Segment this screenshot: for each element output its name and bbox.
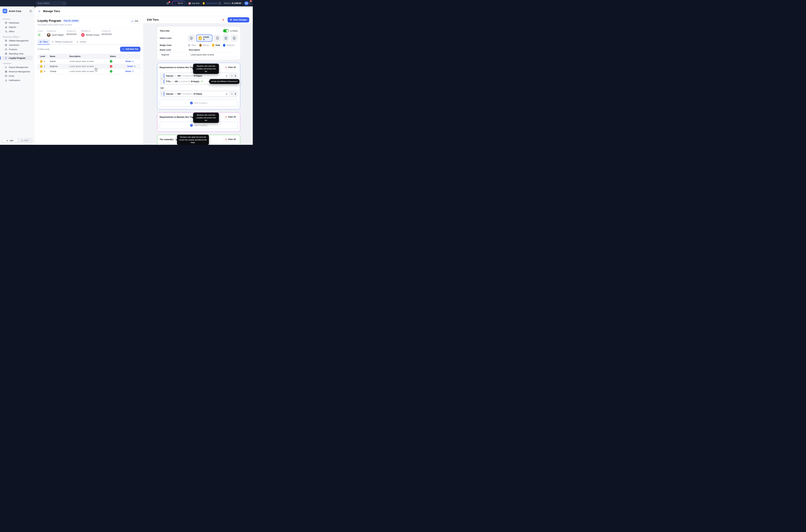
detail-link[interactable]: Detail	[125, 64, 140, 69]
name-level-input[interactable]: Beginner	[160, 52, 187, 57]
name-level-label: Name Level	[160, 49, 187, 51]
sidebar-item-email[interactable]: Email	[2, 74, 33, 78]
messages-button[interactable]: 3	[166, 2, 169, 5]
divider	[38, 28, 141, 28]
level-5-option[interactable]	[231, 35, 238, 42]
sidebar-item-loyalty-program[interactable]: Loyalty Program	[2, 56, 33, 60]
table-row[interactable]: 2 Beginner Lorem ipsum dolor sit amet De…	[38, 64, 140, 69]
external-link-icon	[132, 70, 134, 72]
edit-condition-icon[interactable]	[226, 75, 228, 77]
rewards-tooltip: Members who attain this level will recei…	[177, 135, 209, 145]
silver-label: Silver	[191, 44, 196, 46]
sidebar-item-revenue-management[interactable]: Revenue Management	[2, 70, 33, 74]
rewards-clear-all-button[interactable]: Clear All	[223, 137, 238, 141]
page-header: Manage Tiers	[35, 6, 253, 16]
achieve-clear-all-button[interactable]: Clear All	[223, 65, 238, 70]
user-menu[interactable]: OR ▾ 12	[244, 1, 251, 6]
created-by-label: Created by	[47, 30, 67, 32]
value: 100	[177, 75, 181, 77]
plan-id-badge: Plan ID : 219394	[63, 19, 79, 22]
sidebar-item-reports[interactable]: Reports	[2, 25, 33, 29]
period: 10 Day(s)	[194, 93, 202, 95]
delete-tier-button[interactable]	[221, 17, 226, 22]
tab-affiliate-assignment[interactable]: Affiliate Assignment	[50, 39, 74, 45]
sidebar-item-label: Revenue Management	[9, 70, 30, 73]
sidebar-item-marketing-tools[interactable]: Marketing Tools	[2, 52, 33, 56]
search-input[interactable]: Search Affliate	[36, 1, 67, 5]
add-condition-icon[interactable]	[231, 93, 233, 95]
sidebar-item-payout-management[interactable]: Payout Management	[2, 65, 33, 70]
svg-text:IV: IV	[225, 38, 226, 39]
briefcase-icon	[5, 53, 7, 55]
level-1-option[interactable]	[188, 35, 195, 42]
achieve-requirements-section: Requirements to Achieve this Tier: Clear…	[157, 63, 240, 109]
edit-program-button[interactable]: Edit	[129, 19, 141, 23]
theme-light-button[interactable]: Light	[2, 138, 17, 142]
theme-toggle[interactable]: Light Dark	[2, 138, 33, 143]
ask-ai-button[interactable]: Ask AI	[172, 1, 185, 5]
moon-icon	[21, 139, 23, 141]
tab-activity-label: Activity	[80, 41, 86, 43]
add-condition-icon[interactable]	[231, 75, 233, 77]
diamond-label: Diamond	[226, 44, 234, 46]
level-4-option[interactable]: IV	[222, 35, 229, 42]
level-3-option[interactable]	[214, 35, 221, 42]
bell-icon	[5, 79, 7, 81]
delete-condition-icon[interactable]	[234, 75, 237, 77]
sub-affiliates-icon[interactable]	[201, 80, 203, 83]
achieve-add-condition-button[interactable]: Add Condition	[160, 99, 238, 107]
rewards-title: Tier reward(s)	[160, 138, 173, 140]
detail-link[interactable]: Detail	[125, 59, 140, 64]
sidebar-item-notifications[interactable]: Notifications	[2, 78, 33, 82]
tab-tiers[interactable]: Tiers	[38, 39, 50, 45]
help-icon[interactable]: ?	[218, 2, 221, 4]
delete-condition-icon[interactable]	[234, 93, 237, 95]
operator: >=	[174, 75, 177, 77]
sidebar-collapse-icon[interactable]	[30, 10, 32, 13]
drag-handle-icon[interactable]	[161, 77, 163, 80]
created-on-label: Created on	[67, 30, 81, 32]
plus-circle-icon	[190, 124, 193, 127]
tier-badge-gold-icon	[40, 70, 42, 73]
is-active-toggle[interactable]	[223, 29, 229, 32]
divider	[2, 15, 33, 16]
list-icon	[39, 41, 42, 43]
edit-condition-icon[interactable]	[226, 93, 228, 95]
sidebar-item-advertisers[interactable]: Advertisers	[2, 43, 33, 47]
trash-icon	[225, 138, 227, 140]
add-new-tier-button[interactable]: Add New Tier	[120, 47, 141, 52]
clear-all-label: Clear All	[228, 138, 236, 140]
table-row[interactable]: 3 Champ Lorem ipsum dolor sit amet Detai…	[38, 69, 140, 74]
drag-handle-icon[interactable]	[161, 93, 163, 95]
maintain-clear-all-button[interactable]: Clear All	[223, 115, 238, 119]
theme-light-label: Light	[10, 139, 14, 141]
sidebar-item-products[interactable]: Products	[2, 47, 33, 52]
sidebar-item-affiliate-management[interactable]: Affiliate Management	[2, 38, 33, 43]
table-row[interactable]: 1 Starter Lorem ipsum dolor sit amet Det…	[38, 59, 140, 64]
achieve-title: Requirements to Achieve this Tier:	[160, 66, 194, 69]
badge-color-bronze[interactable]: Bronze	[199, 44, 209, 47]
trash-icon	[225, 116, 227, 118]
chevron-down-icon: ▾	[249, 2, 250, 4]
sidebar-item-label: Affiliate Management	[9, 39, 29, 42]
levels-badge: 4	[38, 33, 41, 37]
language-selector[interactable]: Eng (US)	[188, 2, 199, 5]
tab-activity[interactable]: Activity	[74, 39, 88, 45]
detail-link[interactable]: Detail	[125, 69, 140, 74]
tier-name: Starter	[50, 60, 70, 62]
circle-plus-icon	[5, 48, 7, 51]
level-2-option-selected[interactable]: Level 2	[196, 35, 213, 42]
back-button[interactable]	[38, 10, 41, 13]
xp-progress[interactable]: ?	[202, 2, 221, 5]
sidebar-item-dashboard[interactable]: Dashboard	[2, 21, 33, 25]
sidebar-item-label: Marketing Tools	[9, 53, 23, 55]
levels-label: Levels	[38, 30, 47, 32]
description-input[interactable]: Lorem ipsum dolor sit amet	[189, 52, 238, 57]
theme-dark-button[interactable]: Dark	[17, 138, 32, 142]
sidebar-item-offers[interactable]: Offers	[2, 29, 33, 34]
badge-color-silver[interactable]: Silver	[188, 44, 196, 47]
badge-color-diamond[interactable]: Diamond	[223, 44, 234, 47]
save-changes-button[interactable]: Save Changes	[227, 17, 249, 22]
badge-color-gold-selected[interactable]: Gold	[212, 44, 220, 47]
achieve-tooltip: Members who meet this condition will ach…	[193, 64, 219, 74]
